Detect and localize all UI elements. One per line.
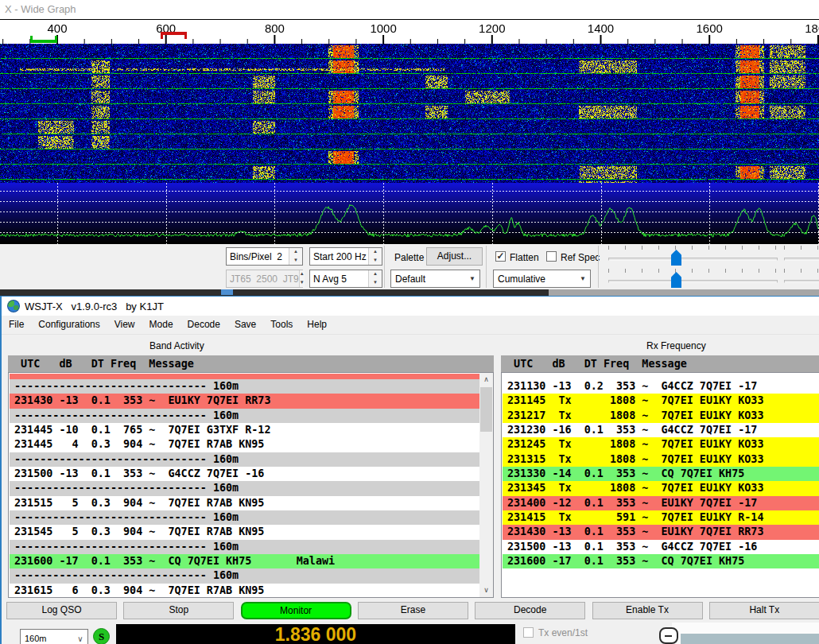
decode-row[interactable]: 231130 -13 0.2 353 ~ G4CCZ 7Q7EI -17 (503, 379, 819, 394)
chevron-down-icon: ▼ (465, 275, 479, 282)
scroll-up-icon[interactable]: ∧ (479, 373, 493, 386)
waterfall-display[interactable] (0, 44, 819, 183)
waterfall-gain-slider[interactable] (608, 258, 778, 261)
divider (598, 246, 599, 288)
window-edge-strip (0, 289, 549, 296)
n-avg-value: N Avg 5 (310, 270, 368, 287)
band-separator-row: ------------------------------ 160m (10, 568, 480, 583)
divider (384, 246, 385, 288)
decode-row[interactable]: 231515 5 0.3 904 ~ 7Q7EI R7AB KN95 (10, 496, 480, 510)
decode-row[interactable]: 231545 5 0.3 904 ~ 7Q7EI R7AB KN95 (10, 525, 480, 539)
waterfall-zero-slider[interactable] (784, 258, 819, 261)
menu-help[interactable]: Help (300, 316, 334, 334)
bins-pixel-value: Bins/Pixel 2 (227, 248, 289, 265)
decode-row[interactable]: 231615 6 0.3 904 ~ 7Q7EI R7AB KN95 (10, 584, 480, 598)
adjust-button[interactable]: Adjust... (426, 247, 483, 266)
palette-label: Palette (394, 252, 424, 263)
menu-tools[interactable]: Tools (263, 316, 300, 334)
rx-frequency-list: 231130 -13 0.2 353 ~ G4CCZ 7Q7EI -172311… (501, 372, 819, 598)
scroll-down-icon[interactable]: ∨ (479, 584, 493, 597)
menu-save[interactable]: Save (227, 316, 263, 334)
decode-row[interactable]: 231230 -16 0.1 353 ~ G4CCZ 7Q7EI -17 (503, 423, 819, 437)
ref-spec-checkbox[interactable] (546, 251, 557, 262)
decode-row[interactable]: 231345 Tx 1808 ~ 7Q7EI EU1KY KO33 (503, 481, 819, 495)
n-avg-spinner[interactable]: N Avg 5 ▲▼ (309, 270, 382, 288)
band-separator-row: ------------------------------ 160m (10, 452, 480, 467)
palette-select-value: Default (391, 274, 465, 285)
monitor-button[interactable]: Monitor (241, 602, 351, 619)
decode-row[interactable]: 231245 Tx 1808 ~ 7Q7EI EU1KY KO33 (503, 437, 819, 452)
decode-row[interactable]: 231445 4 0.3 904 ~ 7Q7EI R7AB KN95 (10, 437, 480, 452)
menu-configurations[interactable]: Configurations (31, 316, 107, 334)
cutoff-widget (681, 634, 819, 644)
flatten-checkbox[interactable]: ✓ (495, 251, 506, 262)
log-qso-button[interactable]: Log QSO (6, 602, 117, 619)
decode-row[interactable]: 231430 -13 0.1 353 ~ EU1KY 7Q7EI RR73 (503, 525, 819, 539)
spectrum-gain-slider[interactable] (608, 280, 778, 283)
decode-row[interactable]: 231315 Tx 1808 ~ 7Q7EI EU1KY KO33 (503, 452, 819, 467)
band-activity-scrollbar[interactable]: ∧ ∨ (479, 373, 493, 597)
display-mode-select[interactable]: Cumulative ▼ (493, 270, 591, 288)
band-activity-label: Band Activity (149, 340, 204, 351)
menu-decode[interactable]: Decode (180, 316, 227, 334)
menu-mode[interactable]: Mode (142, 316, 180, 334)
decode-row[interactable]: 231217 Tx 1808 ~ 7Q7EI EU1KY KO33 (503, 409, 819, 423)
decode-row[interactable]: 231330 -14 0.1 353 ~ CQ 7Q7EI KH75 (503, 467, 819, 481)
frequency-value: 1.836 000 (275, 624, 356, 644)
window-border (0, 296, 2, 644)
bins-pixel-spinner[interactable]: Bins/Pixel 2 ▲▼ (226, 247, 303, 266)
tx-even-label: Tx even/1st (538, 627, 588, 638)
frequency-scale[interactable] (0, 19, 819, 44)
spinner-arrows-icon: ▲▼ (299, 270, 305, 287)
spinner-arrows-icon[interactable]: ▲▼ (368, 270, 382, 287)
start-hz-spinner[interactable]: Start 200 Hz ▲▼ (309, 247, 382, 266)
decode-row[interactable]: 231500 -13 0.1 353 ~ G4CCZ 7Q7EI -16 (10, 467, 480, 481)
s-meter-button[interactable]: S (93, 628, 110, 644)
scrollbar-thumb[interactable] (480, 387, 492, 432)
main-titlebar[interactable]: WSJT-X v1.9.0-rc3 by K1JT (2, 297, 819, 316)
decode-row[interactable]: 231445 -10 0.1 765 ~ 7Q7EI G3TXF R-12 (10, 423, 480, 437)
decode-row[interactable]: 231145 Tx 1808 ~ 7Q7EI EU1KY KO33 (503, 394, 819, 408)
decode-row-partial (503, 374, 819, 379)
decode-row[interactable]: 231400 -12 0.1 353 ~ EU1KY 7Q7EI -17 (503, 496, 819, 510)
decode-row[interactable]: 231415 Tx 591 ~ 7Q7EI EU1KY R-14 (503, 510, 819, 525)
frequency-display: 1.836 000 (116, 624, 515, 644)
decode-row[interactable]: 231600 -17 0.1 353 ~ CQ 7Q7EI KH75 (503, 554, 819, 568)
cutoff-spinner[interactable] (659, 627, 678, 644)
enable-tx-button[interactable]: Enable Tx (592, 602, 703, 619)
erase-button[interactable]: Erase (358, 602, 468, 619)
flatten-label: Flatten (510, 252, 539, 263)
decode-button[interactable]: Decode (475, 602, 585, 619)
wide-graph-titlebar[interactable]: X - Wide Graph (0, 0, 819, 19)
band-separator-row: ------------------------------ 160m (10, 510, 480, 525)
palette-select[interactable]: Default ▼ (390, 270, 480, 288)
menu-view[interactable]: View (107, 316, 142, 334)
decode-row[interactable]: 231430 -13 0.1 353 ~ EU1KY 7Q7EI RR73 (10, 394, 480, 408)
start-hz-value: Start 200 Hz (310, 248, 368, 265)
band-activity-list: ------------------------------ 160m23143… (8, 372, 494, 598)
band-separator-row: ------------------------------ 160m (10, 540, 480, 554)
halt-tx-button[interactable]: Halt Tx (709, 602, 819, 619)
display-mode-value: Cumulative (494, 274, 576, 285)
menu-file[interactable]: File (2, 316, 31, 334)
band-separator-row: ------------------------------ 160m (10, 481, 480, 495)
stop-button[interactable]: Stop (123, 602, 234, 619)
main-window-title: WSJT-X v1.9.0-rc3 by K1JT (25, 301, 164, 312)
spectrum-display[interactable] (0, 183, 819, 244)
chevron-down-icon: ∨ (73, 634, 87, 643)
chevron-down-icon: ▼ (576, 275, 590, 282)
menu-bar: FileConfigurationsViewModeDecodeSaveTool… (2, 316, 819, 335)
spinner-arrows-icon[interactable]: ▲▼ (368, 248, 382, 265)
spinner-arrows-icon[interactable]: ▲▼ (289, 248, 302, 265)
screen: X - Wide Graph Bins/Pixel 2 ▲▼ Start 200… (0, 0, 819, 644)
band-separator-row: ------------------------------ 160m (10, 409, 480, 423)
band-select[interactable]: 160m ∨ (20, 629, 88, 644)
tx-even-checkbox[interactable] (523, 627, 534, 638)
decode-row-partial (10, 374, 480, 379)
wide-graph-title: X - Wide Graph (5, 3, 76, 15)
spectrum-zero-slider[interactable] (784, 280, 819, 283)
decode-row[interactable]: 231500 -13 0.1 353 ~ G4CCZ 7Q7EI -16 (503, 540, 819, 554)
band-separator-row: ------------------------------ 160m (10, 379, 480, 394)
decode-row[interactable]: 231600 -17 0.1 353 ~ CQ 7Q7EI KH75 Malaw… (10, 554, 480, 568)
slider-ticks (608, 269, 776, 273)
